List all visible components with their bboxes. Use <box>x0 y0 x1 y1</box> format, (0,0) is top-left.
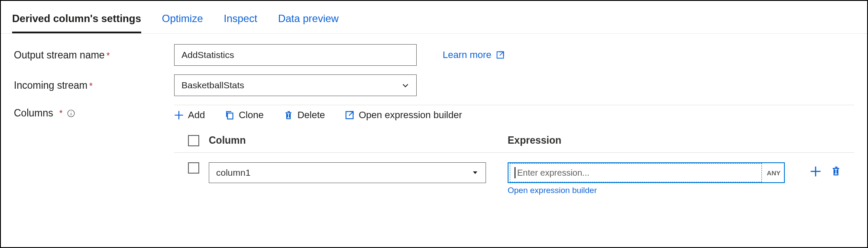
tab-inspect[interactable]: Inspect <box>223 13 257 33</box>
delete-row-button[interactable] <box>831 166 841 177</box>
external-link-icon <box>496 51 505 59</box>
settings-tabs: Derived column's settings Optimize Inspe… <box>1 1 867 34</box>
columns-label: Columns <box>14 107 53 119</box>
learn-more-text: Learn more <box>443 49 492 61</box>
delete-label: Delete <box>298 110 325 121</box>
open-expression-builder-label: Open expression builder <box>359 110 462 121</box>
svg-point-2 <box>71 111 71 112</box>
column-header-column: Column <box>209 135 503 146</box>
info-icon[interactable] <box>67 110 75 117</box>
required-indicator: * <box>89 81 93 90</box>
svg-rect-3 <box>227 113 233 119</box>
column-header-expression: Expression <box>503 135 794 146</box>
output-stream-name-input[interactable] <box>174 44 417 66</box>
text-caret <box>515 167 515 178</box>
caret-down-icon <box>472 169 479 176</box>
open-expression-builder-button[interactable]: Open expression builder <box>345 110 462 121</box>
column-name-value: column1 <box>216 167 250 178</box>
select-all-checkbox[interactable] <box>188 135 199 146</box>
add-button[interactable]: Add <box>174 110 205 121</box>
expression-input[interactable]: Enter expression... ANY <box>508 162 785 183</box>
required-indicator: * <box>107 51 110 60</box>
chevron-down-icon <box>402 81 409 89</box>
incoming-stream-value: BasketballStats <box>181 80 244 90</box>
incoming-stream-select[interactable]: BasketballStats <box>174 74 417 96</box>
tab-derived-column-settings[interactable]: Derived column's settings <box>12 13 141 33</box>
clone-label: Clone <box>239 110 263 121</box>
type-tag-any: ANY <box>763 169 784 177</box>
plus-icon <box>174 110 184 120</box>
external-link-icon <box>345 110 354 120</box>
tab-optimize[interactable]: Optimize <box>162 13 203 33</box>
clone-button[interactable]: Clone <box>225 110 263 121</box>
copy-icon <box>225 110 234 120</box>
tab-data-preview[interactable]: Data preview <box>278 13 339 33</box>
columns-table-header: Column Expression <box>174 129 854 153</box>
delete-button[interactable]: Delete <box>284 110 325 121</box>
learn-more-link[interactable]: Learn more <box>443 49 505 61</box>
column-name-select[interactable]: column1 <box>209 162 486 183</box>
add-label: Add <box>188 110 205 121</box>
incoming-stream-label: Incoming stream* <box>14 80 174 91</box>
trash-icon <box>284 110 293 120</box>
expression-placeholder: Enter expression... <box>517 168 589 178</box>
row-checkbox[interactable] <box>188 162 199 174</box>
add-row-button[interactable] <box>810 166 821 177</box>
required-indicator: * <box>59 108 63 118</box>
output-stream-name-label: Output stream name* <box>14 49 174 61</box>
table-row: column1 Enter expression... <box>174 153 854 200</box>
open-expression-builder-link[interactable]: Open expression builder <box>508 186 597 195</box>
columns-command-bar: Add Clone <box>174 105 854 129</box>
